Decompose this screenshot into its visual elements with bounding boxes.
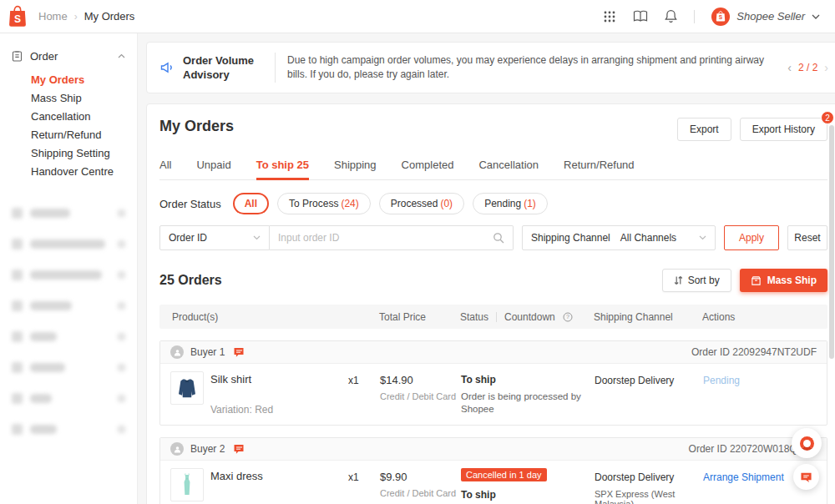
tab-cancellation[interactable]: Cancellation (478, 151, 539, 179)
order-card: Buyer 2 Order ID 220720W018QBC8 (159, 437, 827, 504)
sidebar-item-mass-ship[interactable]: Mass Ship (0, 90, 137, 107)
col-total-price: Total Price (379, 311, 460, 323)
search-icon[interactable] (493, 232, 504, 244)
profile-menu[interactable]: S Shopee Seller (711, 8, 820, 26)
order-status-value: To ship (461, 486, 586, 501)
order-id: Order ID 22092947NT2UDF (691, 346, 817, 358)
tab-unpaid[interactable]: Unpaid (196, 151, 230, 179)
countdown-badge: Cancelled in 1 day (461, 468, 547, 481)
buyer-avatar-icon (170, 345, 184, 359)
arrange-shipment-link[interactable]: Arrange Shipment (703, 471, 784, 483)
sidebar-order-items: My Orders Mass Ship Cancellation Return/… (0, 65, 137, 184)
advisory-prev-icon[interactable]: ‹ (787, 62, 792, 73)
product-thumbnail[interactable] (170, 371, 204, 405)
advisory-page-indicator: 2 / 2 (798, 62, 817, 73)
section-chevron-up-icon (118, 53, 125, 58)
mass-ship-button[interactable]: Mass Ship (740, 269, 827, 292)
tab-all[interactable]: All (159, 151, 171, 179)
channel-chevron-down-icon (699, 235, 706, 240)
sidebar-section-order[interactable]: Order (0, 47, 137, 65)
advisory-divider (275, 53, 276, 83)
sidebar-item-shipping-setting[interactable]: Shipping Setting (0, 145, 137, 162)
notification-bell-icon[interactable] (665, 9, 677, 23)
search-filter-row: Order ID Shipping Channel All Channels (159, 225, 827, 250)
support-ring-icon (800, 436, 814, 451)
apps-grid-icon[interactable] (603, 10, 616, 23)
orders-table-header: Product(s) Total Price Status Countdown … (159, 305, 827, 329)
tab-completed[interactable]: Completed (402, 151, 454, 179)
product-name[interactable]: Maxi dress (210, 470, 263, 482)
svg-text:S: S (14, 13, 21, 25)
seller-avatar: S (711, 8, 730, 26)
export-history-button[interactable]: Export History (740, 118, 827, 141)
order-id-select[interactable]: Order ID (159, 225, 270, 250)
order-total-price: $9.90 (380, 468, 461, 483)
sidebar-nav: Order My Orders Mass Ship Cancellation R… (0, 33, 138, 504)
tab-return-refund[interactable]: Return/Refund (564, 151, 635, 179)
sidebar-blurred-item[interactable] (0, 260, 137, 290)
sidebar-blurred-item[interactable] (0, 229, 137, 260)
support-bubble-button[interactable] (792, 428, 822, 458)
sidebar-section-label: Order (30, 50, 58, 63)
product-name[interactable]: Silk shirt (210, 373, 273, 386)
tab-shipping[interactable]: Shipping (334, 151, 377, 179)
pill-pending[interactable]: Pending (1) (473, 193, 548, 214)
sidebar-blurred-item[interactable] (0, 198, 137, 229)
col-products: Product(s) (159, 311, 347, 323)
shipping-channel-value: All Channels (620, 232, 676, 244)
tab-to-ship[interactable]: To ship 25 (256, 151, 309, 179)
sidebar-item-return-refund[interactable]: Return/Refund (0, 127, 137, 144)
payment-method: Credit / Debit Card (380, 391, 461, 401)
sidebar-item-my-orders[interactable]: My Orders (0, 72, 137, 88)
order-status-filter: Order Status All To Process (24) Process… (159, 193, 827, 214)
buyer-username[interactable]: Buyer 1 (190, 346, 225, 358)
breadcrumb: Home › My Orders (38, 10, 134, 23)
orders-count-title: 25 Orders (159, 273, 222, 288)
sidebar-item-cancellation[interactable]: Cancellation (0, 108, 137, 125)
webchat-bubble-button[interactable] (793, 464, 819, 490)
shipping-channel-provider: SPX Express (West Malaysia) (595, 489, 696, 504)
education-book-icon[interactable] (633, 10, 648, 23)
sidebar-item-handover-centre[interactable]: Handover Centre (0, 164, 137, 180)
order-tabs: All Unpaid To ship 25 Shipping Completed… (159, 151, 827, 180)
top-header: S Home › My Orders (0, 0, 835, 33)
shopee-logo[interactable]: S (7, 5, 28, 28)
shipping-channel-select[interactable]: Shipping Channel All Channels (522, 225, 716, 250)
sidebar-blurred-item[interactable] (0, 352, 137, 383)
apply-button[interactable]: Apply (724, 225, 779, 250)
chat-buyer-icon[interactable] (233, 444, 245, 455)
col-status: Status (460, 311, 488, 323)
sidebar-blurred-item[interactable] (0, 383, 137, 414)
pill-processed[interactable]: Processed (0) (379, 193, 464, 214)
order-id-input[interactable] (278, 232, 493, 244)
sort-arrows-icon (674, 275, 683, 285)
chat-buyer-icon[interactable] (233, 347, 245, 358)
sidebar-blurred-item[interactable] (0, 290, 137, 321)
export-button[interactable]: Export (677, 118, 731, 141)
sort-by-button[interactable]: Sort by (662, 269, 731, 292)
breadcrumb-home[interactable]: Home (38, 10, 68, 23)
page-scrollbar[interactable] (829, 125, 834, 359)
svg-text:?: ? (566, 314, 569, 320)
order-status-label: Order Status (159, 198, 221, 210)
pill-processed-count: (0) (440, 198, 453, 209)
product-qty: x1 (348, 468, 380, 483)
order-card-header: Buyer 2 Order ID 220720W018QBC8 (160, 438, 827, 461)
order-status-note: Order is being processed by Shopee (461, 391, 586, 416)
advisory-next-icon[interactable]: › (824, 62, 828, 73)
order-status-value: To ship (461, 371, 586, 386)
countdown-help-icon[interactable]: ? (563, 312, 573, 322)
product-thumbnail[interactable] (170, 468, 204, 501)
sidebar-blurred-item[interactable] (0, 414, 137, 445)
pill-all[interactable]: All (233, 193, 269, 214)
order-clipboard-icon (12, 50, 23, 62)
product-variation: Variation: Red (210, 404, 273, 416)
sidebar-blurred-item[interactable] (0, 321, 137, 352)
pill-to-process[interactable]: To Process (24) (277, 193, 371, 214)
shopee-bag-icon: S (8, 5, 28, 28)
megaphone-icon (160, 61, 175, 74)
reset-button[interactable]: Reset (787, 225, 827, 250)
buyer-username[interactable]: Buyer 2 (190, 443, 225, 455)
shipping-channel-value: Doorstep Delivery (595, 375, 696, 386)
order-id-search-box (270, 225, 514, 250)
